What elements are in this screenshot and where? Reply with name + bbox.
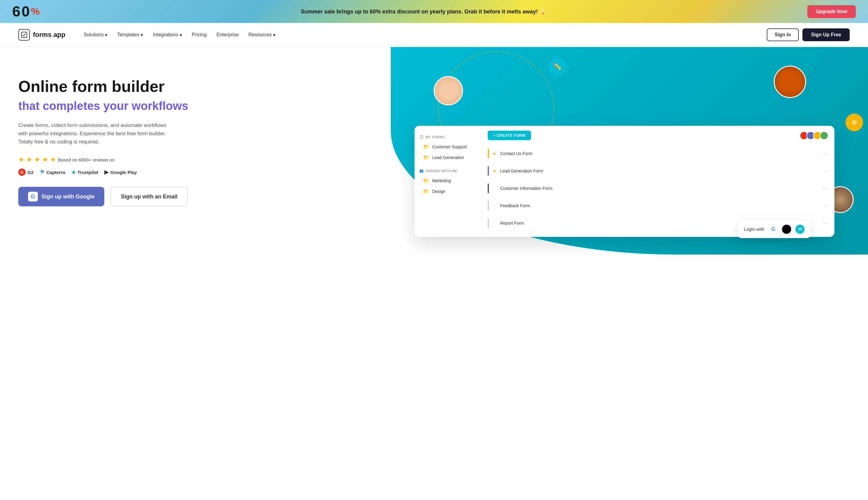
form-color-bar	[488, 183, 489, 193]
my-forms-section: 📋 MY FORMS 📁 Customer Support 📁 Lead Gen…	[414, 132, 481, 166]
hero-buttons: G Sign up with Google Sign up with an Em…	[18, 187, 188, 206]
chevron-down-icon: ▾	[273, 32, 275, 38]
star-ratings: ★ ★ ★ ★ ★ Based on 6000+ reviews on	[18, 156, 188, 163]
star-2: ★	[26, 156, 32, 163]
folder-blue-icon: 📁	[423, 155, 429, 160]
nav-links: Solutions ▾ Templates ▾ Integrations ▾ P…	[84, 32, 754, 38]
more-options-button[interactable]: ⋯	[823, 168, 828, 174]
more-options-button[interactable]: ⋯	[823, 220, 828, 227]
star-icon[interactable]: ★	[493, 169, 496, 173]
shared-with-me-section: 👥 SHARED WITH ME 📁 Marketing 📁 Design	[414, 166, 481, 200]
chevron-down-icon: ▾	[105, 32, 107, 38]
folder-marketing[interactable]: 📁 Marketing	[419, 175, 477, 186]
avatar-lady	[434, 76, 463, 105]
g2-icon: G	[18, 169, 26, 176]
login-with-label: Login with	[744, 227, 765, 232]
hero-section: Online form builder that completes your …	[0, 47, 868, 254]
folder-customer-support[interactable]: 📁 Customer Support	[419, 141, 477, 152]
user-avatars	[801, 131, 828, 140]
logo-icon	[18, 29, 30, 41]
nav-templates[interactable]: Templates ▾	[117, 32, 143, 38]
login-widget: Login with G ✉	[738, 220, 811, 238]
folder-cyan-icon: 📁	[423, 188, 429, 194]
nav-solutions[interactable]: Solutions ▾	[84, 32, 107, 38]
trustpilot-icon: ★	[71, 169, 75, 175]
star-empty-icon[interactable]: ☆	[493, 221, 496, 226]
signup-google-button[interactable]: G Sign up with Google	[18, 187, 104, 206]
form-row: ★ Lead Generation Form ⋯	[488, 162, 828, 180]
dashboard-sidebar: 📋 MY FORMS 📁 Customer Support 📁 Lead Gen…	[414, 126, 482, 237]
form-color-bar	[488, 149, 489, 158]
logo-text: forms.app	[33, 31, 65, 39]
share-circle-button[interactable]: ⊕	[845, 114, 863, 131]
nav-enterprise[interactable]: Enterprise	[216, 32, 239, 37]
form-color-bar	[488, 201, 489, 211]
svg-rect-0	[21, 32, 27, 37]
more-options-button[interactable]: ⋯	[823, 202, 828, 209]
avatar-orange	[774, 66, 806, 98]
promo-banner: 60% Summer sale brings up to 60% extra d…	[0, 0, 868, 23]
nav-resources[interactable]: Resources ▾	[249, 32, 275, 38]
navbar: forms.app Solutions ▾ Templates ▾ Integr…	[0, 23, 868, 47]
create-form-button[interactable]: + CREATE FORM	[488, 130, 531, 140]
my-forms-label: 📋 MY FORMS	[419, 135, 477, 139]
banner-text: Summer sale brings up to 60% extra disco…	[46, 8, 801, 15]
discount-badge: 60%	[12, 3, 40, 20]
star-empty-icon[interactable]: ☆	[493, 203, 496, 208]
trustpilot-platform: ★ Trustpilot	[71, 169, 98, 175]
form-color-bar	[488, 218, 489, 228]
capterra-icon: ⚑	[40, 169, 45, 175]
login-google-button[interactable]: G	[769, 225, 778, 234]
chevron-down-icon: ▾	[141, 32, 143, 38]
capterra-platform: ⚑ Capterra	[40, 169, 65, 175]
googleplay-icon: ▶	[104, 169, 108, 175]
more-options-button[interactable]: ⋯	[823, 185, 828, 192]
star-5: ★	[50, 156, 56, 163]
shared-label: 👥 SHARED WITH ME	[419, 169, 477, 173]
hero-subtitle: that completes your workflows	[18, 100, 188, 113]
reviews-text: Based on 6000+ reviews on	[58, 157, 115, 162]
g2-platform: G G2	[18, 169, 34, 176]
star-icon[interactable]: ★	[493, 151, 496, 156]
hero-title: Online form builder	[18, 78, 188, 96]
folder-red-icon: 📁	[423, 178, 429, 183]
signup-email-button[interactable]: Sign up with an Email	[110, 187, 188, 206]
folder-lead-generation[interactable]: 📁 Lead Generation	[419, 152, 477, 163]
form-list: ★ Contact Us Form ⋯ ★ Lead Generation Fo…	[488, 145, 828, 232]
signup-free-button[interactable]: Sign Up Free	[802, 29, 850, 41]
upgrade-now-button[interactable]: Upgrade Now	[807, 5, 856, 18]
nav-actions: Sign In Sign Up Free	[767, 29, 850, 41]
hero-description: Create forms, collect form submissions, …	[18, 121, 171, 146]
login-apple-button[interactable]	[782, 225, 791, 234]
nav-integrations[interactable]: Integrations ▾	[153, 32, 182, 38]
pencil-circle-button[interactable]: ✏️	[548, 57, 566, 76]
hero-right: ✏️ ⊕ 📋 MY FORMS 📁 Customer Support 📁	[391, 47, 868, 254]
dashboard-toolbar: + CREATE FORM	[488, 130, 828, 140]
login-email-button[interactable]: ✉	[795, 225, 805, 234]
star-3: ★	[34, 156, 40, 163]
hero-left: Online form builder that completes your …	[18, 65, 188, 206]
star-1: ★	[18, 156, 24, 163]
star-empty-icon[interactable]: ☆	[493, 186, 496, 191]
signin-button[interactable]: Sign In	[767, 29, 799, 41]
google-g-icon: G	[28, 192, 38, 202]
form-row: ☆ Feedback Form ⋯	[488, 197, 828, 215]
logo[interactable]: forms.app	[18, 29, 65, 41]
chevron-down-icon: ▾	[180, 32, 182, 38]
nav-pricing[interactable]: Pricing	[192, 32, 207, 37]
googleplay-platform: ▶ Google Play	[104, 169, 137, 175]
form-row: ★ Contact Us Form ⋯	[488, 145, 828, 162]
review-platforms: G G2 ⚑ Capterra ★ Trustpilot ▶ Google Pl…	[18, 169, 188, 176]
folder-yellow-icon: 📁	[423, 144, 429, 150]
more-options-button[interactable]: ⋯	[823, 150, 828, 157]
folder-design[interactable]: 📁 Design	[419, 186, 477, 196]
form-row: ☆ Customer Information Form ⋯	[488, 180, 828, 197]
form-color-bar	[488, 166, 489, 176]
star-4: ★	[42, 156, 48, 163]
user-avatar-4	[820, 131, 828, 140]
